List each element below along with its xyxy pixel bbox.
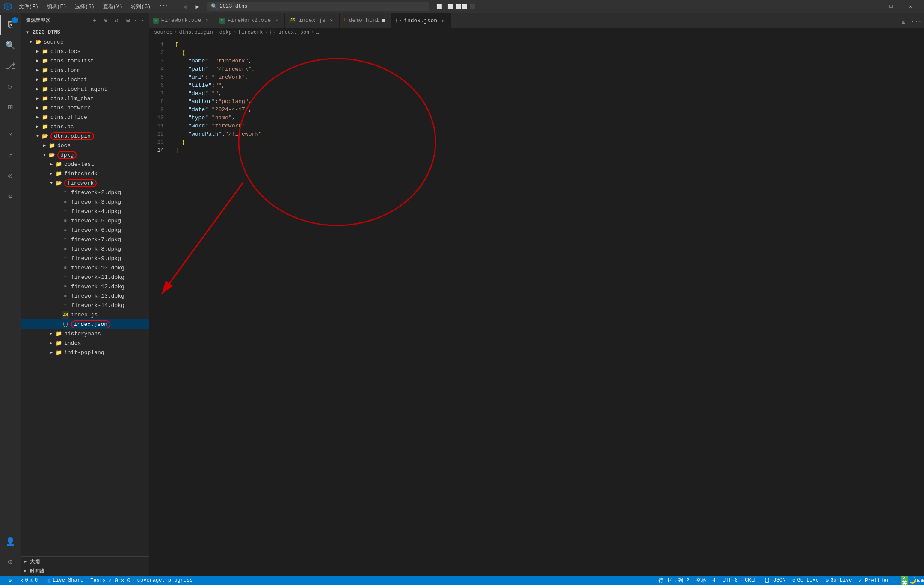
status-eol[interactable]: CRLF xyxy=(741,576,761,585)
tab-firework2-vue[interactable]: V FireWork2.vue ✕ xyxy=(215,13,285,28)
tree-dtns-office[interactable]: ▶ 📁 dtns.office xyxy=(21,112,149,122)
index-js-close[interactable]: ✕ xyxy=(328,17,335,24)
activity-run[interactable]: ▷ xyxy=(0,76,21,97)
tree-firework-8[interactable]: ▶ ≡ firework-8.dpkg xyxy=(21,244,149,254)
more-button[interactable]: ··· xyxy=(134,16,144,25)
search-box[interactable]: 🔍 2023-dtns xyxy=(207,2,429,11)
collapse-all-button[interactable]: ⊟ xyxy=(123,16,133,25)
activity-explorer[interactable]: ⎘ 1 xyxy=(0,15,21,35)
tree-historymans[interactable]: ▶ 📁 historymans xyxy=(21,329,149,338)
bc-firework[interactable]: firework xyxy=(238,30,263,35)
activity-extensions[interactable]: ⊞ xyxy=(0,97,21,117)
bc-dtns-plugin[interactable]: dtns.plugin xyxy=(179,30,213,35)
tree-docs[interactable]: ▶ 📁 docs xyxy=(21,141,149,150)
tree-index-js[interactable]: ▶ JS index.js xyxy=(21,310,149,319)
timeline-section[interactable]: ▶ 时间线 xyxy=(21,566,149,576)
tree-firework-3[interactable]: ▶ ≡ firework-3.dpkg xyxy=(21,197,149,207)
tree-dtns-form[interactable]: ▶ 📁 dtns.form xyxy=(21,65,149,75)
tree-code-test[interactable]: ▶ 📁 code-test xyxy=(21,160,149,169)
tree-dtns-ibchat-agent[interactable]: ▶ 📁 dtns.ibchat.agent xyxy=(21,84,149,94)
layout-icon-4[interactable]: ⬛ xyxy=(468,2,477,11)
tree-dtns-plugin[interactable]: ▼ 📂 dtns.plugin xyxy=(21,131,149,141)
status-errors[interactable]: ✕ 0 ⚠ 0 xyxy=(17,576,41,585)
status-prettier[interactable]: ✓ Prettier:… xyxy=(856,576,899,585)
tab-demo-html[interactable]: H demo.html xyxy=(340,13,391,28)
menu-goto[interactable]: 转到(G) xyxy=(127,2,154,11)
layout-icon-1[interactable]: ⬜ xyxy=(435,2,444,11)
menu-more[interactable]: ··· xyxy=(156,2,172,11)
new-file-button[interactable]: + xyxy=(90,16,99,25)
tree-root[interactable]: ▼ 2023-DTNS xyxy=(21,28,149,37)
status-tests[interactable]: Tests ✓ 0 ✕ 0 xyxy=(87,576,134,585)
tree-firework-6[interactable]: ▶ ≡ firework-6.dpkg xyxy=(21,225,149,235)
code-content[interactable]: [ { "name": "firework", "path": "/firewo… xyxy=(168,37,918,576)
maximize-button[interactable]: □ xyxy=(881,0,901,13)
menu-view[interactable]: 查看(V) xyxy=(100,2,126,11)
tree-dtns-llm-chat[interactable]: ▶ 📁 dtns.llm_chat xyxy=(21,94,149,103)
menu-select[interactable]: 选择(S) xyxy=(71,2,98,11)
tree-firework-5[interactable]: ▶ ≡ firework-5.dpkg xyxy=(21,216,149,225)
activity-remote[interactable]: ⊙ xyxy=(0,124,21,145)
status-go-live-1[interactable]: ⊙ Go Live xyxy=(789,576,822,585)
status-live-share[interactable]: 👥 Live Share xyxy=(41,576,87,585)
layout-icon-2[interactable]: ⬜ xyxy=(446,2,455,11)
tree-firework-13[interactable]: ▶ ≡ firework-13.dpkg xyxy=(21,291,149,301)
activity-source-control[interactable]: ⎇ xyxy=(0,56,21,76)
tree-firework-10[interactable]: ▶ ≡ firework-10.dpkg xyxy=(21,263,149,272)
status-encoding[interactable]: UTF-8 xyxy=(719,576,741,585)
tree-firework-7[interactable]: ▶ ≡ firework-7.dpkg xyxy=(21,235,149,244)
menu-edit[interactable]: 编辑(E) xyxy=(44,2,70,11)
tree-dtns-network[interactable]: ▶ 📁 dtns.network xyxy=(21,103,149,112)
refresh-button[interactable]: ↺ xyxy=(112,16,121,25)
status-line-col[interactable]: 行 14，列 2 xyxy=(655,576,693,585)
activity-live-share[interactable]: ◎ xyxy=(0,165,21,186)
tab-index-json[interactable]: {} index.json ✕ xyxy=(391,13,451,28)
new-folder-button[interactable]: ⊕ xyxy=(101,16,110,25)
status-spaces[interactable]: 空格: 4 xyxy=(693,576,719,585)
tree-index-folder[interactable]: ▶ 📁 index xyxy=(21,338,149,348)
split-editor-button[interactable]: ⊞ xyxy=(897,16,909,28)
tree-dtns-forklist[interactable]: ▶ 📁 dtns.forklist xyxy=(21,56,149,65)
status-remote[interactable]: ⊙ xyxy=(3,576,17,585)
more-tabs-button[interactable]: ··· xyxy=(910,16,922,28)
tree-source[interactable]: ▼ 📂 source xyxy=(21,37,149,47)
bc-index-json[interactable]: {} index.json xyxy=(270,30,310,35)
firework-vue-close[interactable]: ✕ xyxy=(204,17,210,24)
tab-index-js[interactable]: JS index.js ✕ xyxy=(285,13,339,28)
bc-source[interactable]: source xyxy=(154,30,172,35)
outline-section[interactable]: ▶ 大纲 xyxy=(21,557,149,566)
layout-icon-3[interactable]: ⬜⬜ xyxy=(457,2,466,11)
tree-dtns-docs[interactable]: ▶ 📁 dtns.docs xyxy=(21,47,149,56)
status-extra-icons[interactable]: S英 🌙 ⊡ ⊞ ◆ xyxy=(899,576,921,585)
tree-firework-11[interactable]: ▶ ≡ firework-11.dpkg xyxy=(21,272,149,282)
tree-firework-12[interactable]: ▶ ≡ firework-12.dpkg xyxy=(21,282,149,291)
tree-firework-4[interactable]: ▶ ≡ firework-4.dpkg xyxy=(21,207,149,216)
bc-ellipsis[interactable]: … xyxy=(316,30,319,35)
minimize-button[interactable]: ─ xyxy=(862,0,881,13)
tree-firework-14[interactable]: ▶ ≡ firework-14.dpkg xyxy=(21,301,149,310)
close-button[interactable]: ✕ xyxy=(901,0,921,13)
tree-index-json[interactable]: ▶ {} index.json xyxy=(21,319,149,329)
tree-init-poplang[interactable]: ▶ 📁 init-poplang xyxy=(21,348,149,357)
tree-dtns-ibchat[interactable]: ▶ 📁 dtns.ibchat xyxy=(21,75,149,84)
menu-file[interactable]: 文件(F) xyxy=(15,2,42,11)
bc-dpkg[interactable]: dpkg xyxy=(219,30,232,35)
nav-back-button[interactable]: ◀ xyxy=(179,2,191,11)
tree-dtns-pc[interactable]: ▶ 📁 dtns.pc xyxy=(21,122,149,131)
tree-dpkg[interactable]: ▼ 📂 dpkg xyxy=(21,150,149,160)
status-go-live-2[interactable]: ⊙ Go Live xyxy=(822,576,856,585)
status-coverage[interactable]: coverage: progress xyxy=(134,576,196,585)
tree-firework-9[interactable]: ▶ ≡ firework-9.dpkg xyxy=(21,254,149,263)
activity-extra[interactable]: ⬙ xyxy=(0,186,21,207)
activity-accounts[interactable]: 👤 xyxy=(0,531,21,552)
activity-testing[interactable]: ⚗ xyxy=(0,145,21,165)
tree-fintechsdk[interactable]: ▶ 📁 fintechsdk xyxy=(21,169,149,178)
tab-firework-vue[interactable]: V FireWork.vue ✕ xyxy=(149,13,215,28)
firework2-vue-close[interactable]: ✕ xyxy=(273,17,280,24)
status-lang[interactable]: {} JSON xyxy=(761,576,789,585)
nav-forward-button[interactable]: ▶ xyxy=(192,2,204,11)
tree-firework-2[interactable]: ▶ ≡ firework-2.dpkg xyxy=(21,188,149,197)
tree-firework[interactable]: ▼ 📂 firework xyxy=(21,178,149,188)
activity-search[interactable]: 🔍 xyxy=(0,35,21,56)
index-json-close[interactable]: ✕ xyxy=(440,17,447,24)
